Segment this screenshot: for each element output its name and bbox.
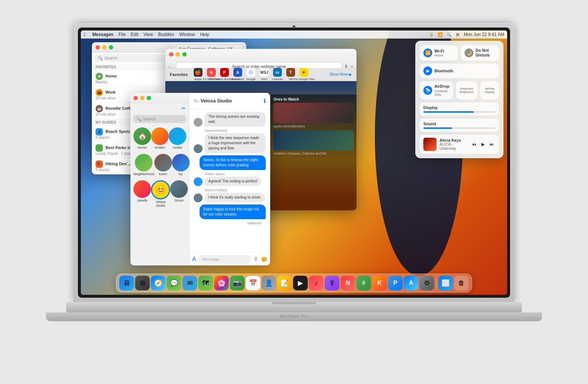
dock-photos[interactable]: 🌸 (214, 276, 229, 290)
contact-item-velosa[interactable]: 😊 Velosa Studio (151, 180, 170, 207)
contact-item-ivy[interactable]: • Ivy (172, 154, 190, 176)
view-menu[interactable]: View (144, 32, 153, 37)
dock-systemprefs[interactable]: ⚙ (420, 276, 434, 290)
contact-row-1: 🏠 Home! Kristen Amber (133, 127, 186, 149)
messages-minimize-btn[interactable] (140, 96, 144, 100)
window-menu[interactable]: Window (179, 32, 195, 37)
buddies-menu[interactable]: Buddies (158, 32, 174, 37)
imessage-input[interactable]: iMessage (198, 255, 251, 264)
control-center-icon[interactable]: ⊞ (455, 32, 461, 37)
help-menu[interactable]: Help (200, 32, 209, 37)
maps-item-home[interactable]: 🏠 Home Nearby (92, 70, 172, 87)
maps-search-input[interactable]: 🔍 Search (95, 54, 169, 62)
dock-launchpad[interactable]: ⊞ (135, 276, 150, 290)
cc-bluetooth-tile[interactable]: ▶ Bluetooth (420, 64, 499, 78)
cc-airdrop-tile[interactable]: 📡 AirDrop Contacts Only (420, 81, 453, 99)
maps-close-btn[interactable] (96, 45, 100, 50)
fav-designfiles[interactable]: ☀ The Design Files (298, 68, 310, 81)
cc-network-row: 📶 Wi-Fi Home 🌙 Do Not Disturb (420, 45, 499, 61)
app-name-menu[interactable]: Messages (92, 32, 113, 37)
appletv-icon: ▶ (298, 279, 303, 287)
dock-finder2[interactable]: ⬜ (438, 276, 453, 290)
dock-trash[interactable]: 🗑 (454, 276, 469, 290)
dock-music[interactable]: ♪ (309, 276, 324, 290)
cc-sound-slider[interactable] (423, 127, 495, 129)
contact-avatar-kristen (151, 127, 169, 145)
dock-pages[interactable]: P (388, 276, 403, 290)
dock-mail[interactable]: ✉ (183, 276, 197, 290)
fav-google[interactable]: G Google (245, 68, 257, 81)
contact-item-janelle[interactable]: Janelle (133, 180, 151, 207)
fav-wsj[interactable]: WSJ WSJ (258, 68, 270, 81)
contact-item-kristen[interactable]: Kristen (151, 127, 169, 149)
emoji-btn[interactable]: 😊 (261, 256, 267, 262)
messages-close-btn[interactable] (133, 96, 138, 100)
dock-numbers[interactable]: # (356, 276, 371, 290)
dock-news[interactable]: N (341, 276, 355, 290)
dock-contacts[interactable]: 👤 (262, 276, 276, 290)
audio-icon[interactable]: 🎙 (254, 256, 259, 262)
fav-linkedin[interactable]: in LinkedIn (272, 68, 283, 81)
edit-menu[interactable]: Edit (131, 32, 139, 37)
dock-appstore[interactable]: A (404, 276, 419, 290)
contact-item-amber[interactable]: Amber (169, 127, 186, 149)
dock-calendar[interactable]: 📅 (246, 276, 261, 290)
cc-play-btn[interactable]: ▶ (479, 141, 487, 148)
dock-messages[interactable]: 💬 (167, 276, 182, 290)
contact-item-home[interactable]: 🏠 Home! (133, 127, 151, 149)
safari-close-btn[interactable] (169, 52, 173, 57)
music-icon: ♪ (315, 279, 318, 287)
safari-titlebar: ‹ › Search or enter website name ⬆ + (165, 49, 356, 68)
dock-notes[interactable]: 📝 (277, 276, 292, 290)
cc-music-player[interactable]: Alicia Keys ALICIA - Underdog ⏮ ▶ ⏭ (420, 135, 499, 154)
maps-maximize-btn[interactable] (109, 45, 113, 50)
contact-name-velosa: Velosa Studio (151, 200, 170, 207)
appletv-thumbnail-2[interactable] (273, 130, 354, 151)
contact-avatar-home: 🏠 (133, 127, 151, 145)
emoji-icon[interactable]: A (192, 256, 196, 262)
safari-show-more[interactable]: Show More ▶ (330, 72, 352, 76)
messages-search[interactable]: 🔍 Search (133, 115, 186, 123)
cc-forward-btn[interactable]: ⏭ (488, 141, 495, 148)
safari-minimize-btn[interactable] (176, 52, 180, 57)
fav-patchwork[interactable]: P Patchwork Architecture (219, 68, 230, 81)
cc-rewind-btn[interactable]: ⏮ (470, 141, 478, 148)
messages-compose-btn[interactable]: ✏ (130, 103, 189, 113)
safari-maximize-btn[interactable] (182, 52, 187, 57)
cc-wifi-icon: 📶 (423, 48, 432, 57)
cc-airplay-tile[interactable]: AirPlay Display (480, 81, 499, 99)
chat-titlebar: To: Velosa Studio ℹ (189, 93, 270, 109)
contact-item-simon[interactable]: Simon (170, 180, 188, 207)
dock-keynote[interactable]: K (372, 276, 387, 290)
chat-info-icon[interactable]: ℹ (263, 97, 266, 104)
contact-item-neighborhood[interactable]: Neighborhood (133, 154, 154, 176)
search-placeholder: Search (143, 117, 156, 121)
contact-name-amber: Amber (173, 146, 183, 149)
dock-maps[interactable]: 🗺 (198, 276, 213, 290)
cc-dnd-tile[interactable]: 🌙 Do Not Disturb (461, 45, 499, 61)
dock-finder[interactable]: 🖥 (119, 276, 134, 290)
macbook:  Messages File Edit View Buddies Window… (59, 23, 529, 361)
maps-minimize-btn[interactable] (102, 45, 107, 50)
cc-keyboard-tile[interactable]: Keyboard Brightness (456, 81, 477, 99)
msg4-sender: Amber Spiers (205, 172, 261, 176)
appletv-thumbnail-1[interactable] (273, 103, 354, 123)
search-menubar-icon[interactable]: 🔍 (446, 32, 452, 37)
chat-to-name: Velosa Studio (201, 98, 232, 104)
dock-appletv[interactable]: ▶ (293, 276, 308, 290)
numbers-icon: # (362, 280, 365, 286)
fav-apple[interactable]: 🍎 Apple (192, 68, 204, 81)
fav-acehotel[interactable]: A Ace Hotel (232, 68, 244, 81)
dock-podcasts[interactable]: 🎙 (325, 276, 340, 290)
contact-bubble-area: 🏠 Home! Kristen Amber (130, 124, 189, 213)
apple-menu-icon[interactable]:  (84, 32, 86, 37)
dock-facetime[interactable]: 📷 (230, 276, 245, 290)
messages-maximize-btn[interactable] (147, 96, 151, 100)
cc-wifi-tile[interactable]: 📶 Wi-Fi Home (420, 45, 458, 61)
msg5-avatar (194, 193, 202, 202)
wifi-icon[interactable]: 📶 (437, 32, 443, 37)
contact-item-kevin[interactable]: Kevin (154, 154, 172, 176)
cc-display-slider[interactable] (423, 111, 495, 113)
file-menu[interactable]: File (119, 32, 126, 37)
dock-safari[interactable]: 🧭 (151, 276, 166, 290)
